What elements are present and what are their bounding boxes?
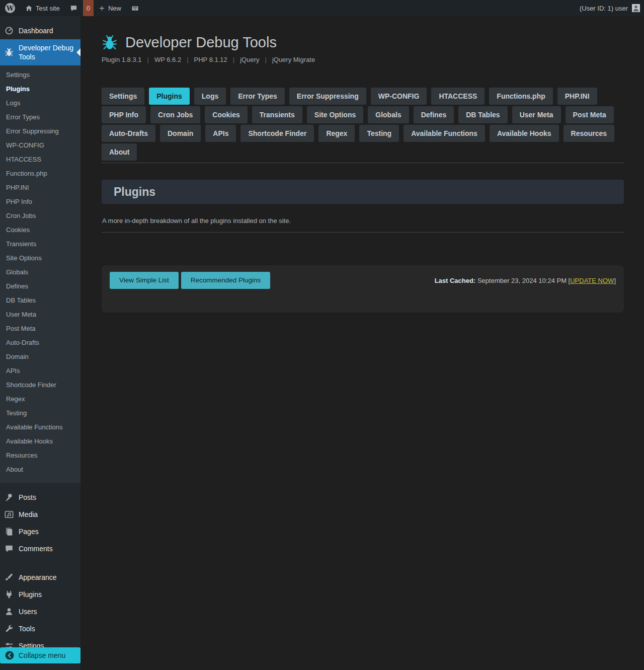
submenu-item-htaccess[interactable]: HTACCESS xyxy=(0,153,80,167)
tab-apis[interactable]: APIs xyxy=(205,125,236,142)
debug-manual-toolbar-item[interactable] xyxy=(126,0,144,16)
tab-available-functions[interactable]: Available Functions xyxy=(404,125,485,142)
submenu-item-regex[interactable]: Regex xyxy=(0,392,80,406)
submenu-item-apis[interactable]: APIs xyxy=(0,364,80,378)
sidebar-item-users[interactable]: Users xyxy=(0,603,80,620)
tab-php-info[interactable]: PHP Info xyxy=(102,106,146,123)
sidebar-item-dashboard[interactable]: Dashboard xyxy=(0,22,80,39)
submenu-item-available-hooks[interactable]: Available Hooks xyxy=(0,434,80,449)
submenu-item-about[interactable]: About xyxy=(0,463,80,477)
sidebar-item-pages[interactable]: Pages xyxy=(0,523,80,540)
submenu-item-error-types[interactable]: Error Types xyxy=(0,110,80,124)
tab-available-hooks[interactable]: Available Hooks xyxy=(490,125,559,142)
submenu-item-available-functions[interactable]: Available Functions xyxy=(0,420,80,434)
submenu-item-globals[interactable]: Globals xyxy=(0,265,80,279)
menu-separator xyxy=(0,557,80,563)
sidebar-item-comments[interactable]: Comments xyxy=(0,540,80,557)
admin-menu: Dashboard Developer Debug Tools Settings… xyxy=(0,16,80,670)
admin-bar: W Test site 0 New (User ID: 1) user xyxy=(0,0,644,16)
sidebar-item-tools[interactable]: Tools xyxy=(0,620,80,637)
submenu-item-cron-jobs[interactable]: Cron Jobs xyxy=(0,209,80,223)
collapse-menu-button[interactable]: Collapse menu xyxy=(0,647,80,663)
posts-icon xyxy=(4,493,14,502)
tab-shortcode-finder[interactable]: Shortcode Finder xyxy=(240,125,314,142)
tab-resources[interactable]: Resources xyxy=(564,125,615,142)
tab-db-tables[interactable]: DB Tables xyxy=(458,106,507,123)
bracket-close: ] xyxy=(614,277,616,284)
submenu-item-auto-drafts[interactable]: Auto-Drafts xyxy=(0,336,80,350)
media-icon xyxy=(4,510,14,519)
update-now-link[interactable]: UPDATE NOW xyxy=(570,277,614,284)
submenu-item-post-meta[interactable]: Post Meta xyxy=(0,322,80,336)
tab-htaccess[interactable]: HTACCESS xyxy=(431,88,485,105)
sidebar-item-plugins[interactable]: Plugins xyxy=(0,586,80,603)
submenu-item-transients[interactable]: Transients xyxy=(0,237,80,251)
admin-menu-group: Appearance Plugins Users Tools xyxy=(0,569,80,654)
submenu-item-wp-config[interactable]: WP-CONFIG xyxy=(0,138,80,153)
tab-error-types[interactable]: Error Types xyxy=(230,88,285,105)
tab-auto-drafts[interactable]: Auto-Drafts xyxy=(102,125,155,142)
comments-toolbar-item[interactable]: 0 xyxy=(65,0,94,16)
tab-defines[interactable]: Defines xyxy=(414,106,454,123)
submenu-item-domain[interactable]: Domain xyxy=(0,350,80,364)
page-title: Developer Debug Tools xyxy=(125,34,277,51)
submenu-item-functions-php[interactable]: Functions.php xyxy=(0,167,80,181)
site-name-link[interactable]: Test site xyxy=(20,0,65,16)
meta-jquery: jQuery xyxy=(227,56,260,63)
submenu-item-user-meta[interactable]: User Meta xyxy=(0,308,80,322)
tab-cookies[interactable]: Cookies xyxy=(205,106,247,123)
tab-plugins[interactable]: Plugins xyxy=(149,88,190,105)
tab-cron-jobs[interactable]: Cron Jobs xyxy=(150,106,200,123)
sidebar-item-label: Tools xyxy=(19,624,35,633)
sidebar-item-label: Media xyxy=(19,510,38,519)
button-view-simple-list[interactable]: View Simple List xyxy=(110,272,179,289)
content-menu-group: Posts Media Pages Comments xyxy=(0,489,80,557)
new-label: New xyxy=(108,5,121,12)
tab-post-meta[interactable]: Post Meta xyxy=(566,106,614,123)
tab-site-options[interactable]: Site Options xyxy=(307,106,363,123)
tab-domain[interactable]: Domain xyxy=(160,125,201,142)
current-menu-arrow xyxy=(72,48,80,56)
submenu-item-site-options[interactable]: Site Options xyxy=(0,251,80,265)
tab-regex[interactable]: Regex xyxy=(318,125,355,142)
submenu-item-defines[interactable]: Defines xyxy=(0,279,80,293)
admin-bar-right: (User ID: 1) user xyxy=(580,4,644,12)
sidebar-item-posts[interactable]: Posts xyxy=(0,489,80,506)
plus-icon xyxy=(99,5,105,12)
content-area: Developer Debug Tools Plugin 1.8.3.1WP 6… xyxy=(80,16,644,670)
collapse-menu-label: Collapse menu xyxy=(19,651,65,659)
submenu-item-resources[interactable]: Resources xyxy=(0,449,80,463)
sidebar-item-developer-debug-tools[interactable]: Developer Debug Tools xyxy=(0,39,80,65)
tab-logs[interactable]: Logs xyxy=(194,88,226,105)
sidebar-item-appearance[interactable]: Appearance xyxy=(0,569,80,586)
tab-globals[interactable]: Globals xyxy=(368,106,409,123)
tab-settings[interactable]: Settings xyxy=(102,88,144,105)
button-recommended-plugins[interactable]: Recommended Plugins xyxy=(181,272,271,289)
submenu-item-settings[interactable]: Settings xyxy=(0,68,80,82)
new-content-button[interactable]: New xyxy=(94,0,126,16)
tab-error-suppressing[interactable]: Error Suppressing xyxy=(289,88,366,105)
submenu-item-cookies[interactable]: Cookies xyxy=(0,223,80,237)
sidebar-item-media[interactable]: Media xyxy=(0,506,80,523)
submenu-item-shortcode-finder[interactable]: Shortcode Finder xyxy=(0,378,80,392)
avatar[interactable] xyxy=(632,4,640,12)
submenu-item-logs[interactable]: Logs xyxy=(0,96,80,110)
dashboard-icon xyxy=(4,26,14,35)
tab-user-meta[interactable]: User Meta xyxy=(512,106,561,123)
tab-functions-php[interactable]: Functions.php xyxy=(489,88,552,105)
submenu-item-testing[interactable]: Testing xyxy=(0,406,80,420)
user-account-label[interactable]: (User ID: 1) user xyxy=(580,5,628,12)
submenu-item-php-info[interactable]: PHP Info xyxy=(0,195,80,209)
submenu-item-plugins[interactable]: Plugins xyxy=(0,82,80,96)
meta-php-8-1-12: PHP 8.1.12 xyxy=(181,56,227,63)
tab-transients[interactable]: Transients xyxy=(252,106,302,123)
submenu-item-db-tables[interactable]: DB Tables xyxy=(0,293,80,308)
divider xyxy=(102,163,624,163)
tab-php-ini[interactable]: PHP.INI xyxy=(557,88,597,105)
wordpress-logo-button[interactable]: W xyxy=(0,0,20,16)
tab-about[interactable]: About xyxy=(102,143,137,161)
tab-testing[interactable]: Testing xyxy=(359,125,399,142)
tab-wp-config[interactable]: WP-CONFIG xyxy=(371,88,427,105)
submenu-item-error-suppressing[interactable]: Error Suppressing xyxy=(0,124,80,138)
submenu-item-php-ini[interactable]: PHP.INI xyxy=(0,181,80,195)
